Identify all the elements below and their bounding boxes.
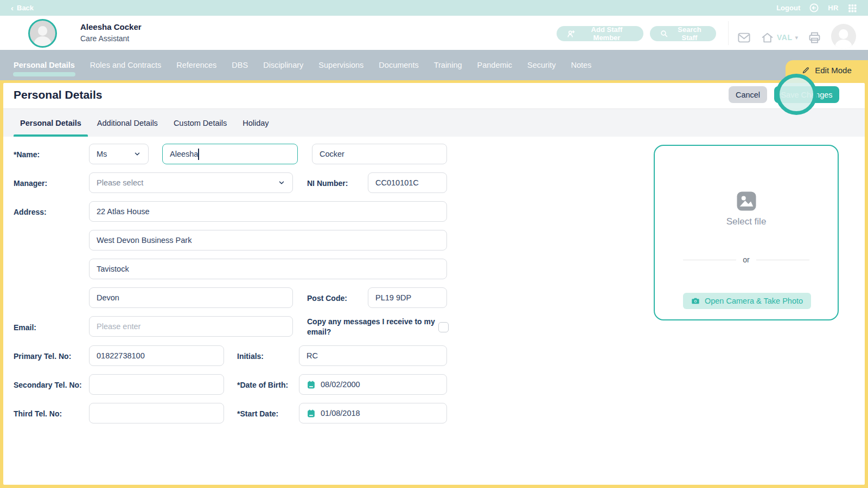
save-changes-button[interactable]: Save Changes [774,86,839,103]
last-name-input[interactable] [312,144,447,164]
personal-details-panel: Personal Details Cancel Save Changes Per… [3,83,865,485]
name-label: *Name: [14,150,40,159]
back-chevron-icon: ‹ [11,4,14,12]
pencil-icon [802,66,810,74]
subtab-additional-details[interactable]: Additional Details [97,109,158,137]
logout-button[interactable]: Logout [776,4,800,12]
tab-training[interactable]: Training [434,59,462,72]
home-icon [761,31,774,44]
edit-mode-tab[interactable]: Edit Mode [786,60,868,80]
calendar-icon [307,409,316,418]
post-code-label: Post Code: [307,294,347,303]
image-placeholder-icon [735,190,758,213]
ni-number-label: NI Number: [307,179,348,188]
tab-documents[interactable]: Documents [379,59,418,72]
open-camera-button[interactable]: Open Camera & Take Photo [683,293,811,309]
tab-security[interactable]: Security [527,59,556,72]
tab-dbs[interactable]: DBS [232,59,248,72]
tab-notes[interactable]: Notes [571,59,591,72]
subtab-personal-details[interactable]: Personal Details [20,109,81,137]
address-label: Address: [14,208,47,216]
copy-messages-label: Copy any messages I receive to my email? [307,317,435,337]
subtab-holiday[interactable]: Holiday [242,109,269,137]
site-selector[interactable]: VAL ▾ [761,31,798,44]
subtab-bar: Personal Details Additional Details Cust… [3,109,865,137]
site-label: VAL [777,33,792,42]
or-label: or [743,255,749,264]
camera-icon [691,297,700,305]
print-icon[interactable] [807,30,822,45]
select-file-button[interactable]: Select file [655,216,838,227]
record-nav: Personal Details Roles and Contracts Ref… [0,50,868,80]
chevron-down-icon [133,150,141,158]
email-label: Email: [14,323,36,332]
manager-label: Manager: [14,179,47,188]
user-avatar[interactable] [831,24,856,49]
person-silhouette-icon [831,24,856,49]
initials-input[interactable] [299,345,447,366]
title-select[interactable]: Ms [89,144,149,164]
address-line2-input[interactable] [89,230,447,251]
top-bar: ‹ Back Logout HR [0,0,868,16]
manager-select[interactable]: Please select [89,172,293,193]
header-divider [728,21,729,45]
ni-number-input[interactable] [368,172,447,193]
address-line3-input[interactable] [89,259,447,279]
chevron-down-icon [278,179,285,187]
dob-input[interactable]: 08/02/2000 [299,374,447,395]
secondary-tel-input[interactable] [89,374,224,395]
edit-mode-frame: Personal Details Cancel Save Changes Per… [0,80,868,488]
person-silhouette-icon [30,21,55,46]
divider [683,260,736,260]
chevron-down-icon: ▾ [795,34,798,41]
search-staff-button[interactable]: Search Staff [650,26,716,41]
primary-tel-input[interactable] [89,345,224,366]
tab-personal-details[interactable]: Personal Details [14,59,75,72]
person-plus-icon [566,29,576,38]
add-staff-member-button[interactable]: Add Staff Member [557,26,643,41]
logout-icon[interactable] [809,3,819,13]
staff-header: Aleesha Cocker Care Assistant Add Staff … [0,16,868,50]
staff-role: Care Assistant [80,34,142,43]
address-line4-input[interactable] [89,287,293,308]
page-title: Personal Details [14,88,102,101]
tab-references[interactable]: References [176,59,216,72]
role-badge: HR [828,4,839,12]
calendar-icon [307,380,316,389]
start-date-input[interactable]: 01/08/2018 [299,403,447,423]
address-line1-input[interactable] [89,201,447,222]
secondary-tel-label: Secondary Tel. No: [14,381,82,389]
start-date-label: *Start Date: [237,409,278,418]
back-button[interactable]: ‹ Back [11,4,34,12]
staff-avatar[interactable] [28,19,57,48]
divider [756,260,809,260]
third-tel-label: Third Tel. No: [14,409,62,418]
tab-disciplinary[interactable]: Disciplinary [263,59,303,72]
text-cursor [198,149,199,160]
tab-pandemic[interactable]: Pandemic [477,59,512,72]
staff-name: Aleesha Cocker [80,22,142,31]
third-tel-input[interactable] [89,403,224,423]
tab-supervisions[interactable]: Supervisions [318,59,363,72]
tab-roles-and-contracts[interactable]: Roles and Contracts [90,59,161,72]
cancel-button[interactable]: Cancel [729,86,767,103]
post-code-input[interactable] [368,287,447,308]
first-name-input[interactable] [162,144,298,164]
initials-label: Initials: [237,352,264,361]
apps-grid-icon[interactable] [847,3,857,13]
mail-icon[interactable] [737,30,751,45]
email-input[interactable] [89,316,293,337]
dob-label: *Date of Birth: [237,381,288,389]
copy-email-checkbox[interactable] [438,322,449,332]
primary-tel-label: Primary Tel. No: [14,352,71,361]
photo-upload-box: Select file or Open Camera & Take Photo [654,145,839,320]
back-label: Back [17,4,34,12]
search-icon [660,29,668,38]
subtab-custom-details[interactable]: Custom Details [174,109,227,137]
